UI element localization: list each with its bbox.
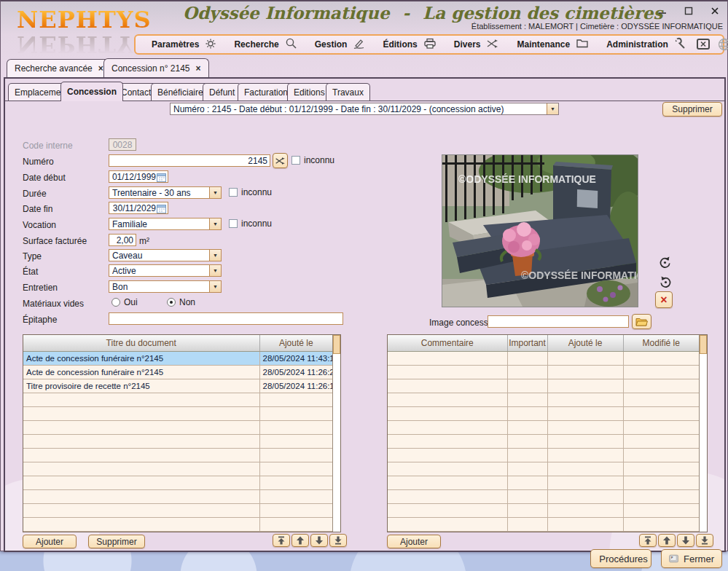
move-bottom-button[interactable] [696, 534, 713, 547]
globe-www-icon[interactable] [716, 37, 728, 52]
documents-delete-button[interactable]: Supprimer [88, 535, 145, 548]
tab-facturation[interactable]: Facturation [238, 83, 294, 101]
image-path-input[interactable] [490, 316, 626, 327]
type-select[interactable]: Caveau ▼ [109, 249, 222, 261]
table-row[interactable] [23, 420, 332, 434]
chevron-down-icon[interactable]: ▼ [209, 187, 221, 198]
chevron-down-icon[interactable]: ▼ [209, 218, 221, 229]
remove-photo-button[interactable]: × [655, 291, 673, 308]
image-path-field[interactable] [488, 315, 629, 328]
epitaphe-field[interactable] [109, 312, 343, 325]
col-header-commentaire[interactable]: Commentaire [388, 335, 507, 351]
swap-numero-button[interactable] [273, 153, 288, 168]
menu-parametres[interactable]: Paramètres [143, 36, 225, 53]
etat-select[interactable]: Active ▼ [109, 264, 222, 277]
materiaux-non-radio[interactable] [167, 298, 176, 307]
scrollbar-thumb[interactable] [700, 335, 707, 354]
chevron-down-icon[interactable]: ▼ [209, 265, 221, 276]
browse-image-button[interactable] [632, 314, 651, 329]
table-row[interactable]: Acte de concession funéraire n°214528/05… [23, 351, 332, 365]
tab-concession[interactable]: Concession [60, 82, 123, 101]
table-row[interactable] [388, 393, 699, 406]
move-up-button[interactable] [658, 534, 676, 547]
tab-editions[interactable]: Editions [287, 83, 332, 101]
documents-scrollbar[interactable] [332, 335, 340, 532]
documents-add-button[interactable]: Ajouter [23, 535, 77, 548]
close-tab-icon[interactable]: × [196, 63, 201, 74]
table-row[interactable] [388, 517, 699, 531]
table-row[interactable] [388, 379, 699, 393]
materiaux-oui-radio[interactable] [111, 298, 120, 307]
menu-divers[interactable]: Divers [445, 36, 509, 53]
duree-inconnu-checkbox[interactable] [229, 188, 238, 197]
menu-recherche[interactable]: Recherche [225, 36, 305, 53]
table-row[interactable] [388, 476, 699, 489]
calendar-icon[interactable] [157, 204, 166, 213]
rotate-left-icon[interactable] [658, 256, 672, 272]
table-row[interactable]: Titre provisoire de recette n°214528/05/… [23, 379, 332, 393]
entretien-select[interactable]: Bon ▼ [109, 280, 222, 293]
date-fin-field[interactable] [109, 202, 168, 214]
delete-concession-button[interactable]: Supprimer [662, 102, 722, 117]
col-header-titre[interactable]: Titre du document [23, 335, 259, 351]
remote-desktop-icon[interactable] [695, 37, 711, 52]
table-row[interactable] [388, 406, 699, 420]
fermer-button[interactable]: F Fermer [661, 549, 722, 568]
numero-field[interactable] [109, 154, 270, 167]
move-top-button[interactable] [639, 534, 657, 547]
move-down-button[interactable] [310, 534, 328, 547]
table-row[interactable]: Acte de concession funéraire n°214528/05… [23, 365, 332, 379]
table-row[interactable] [388, 351, 699, 365]
chevron-down-icon[interactable]: ▼ [209, 281, 221, 292]
table-row[interactable] [23, 503, 332, 517]
menu-gestion[interactable]: Gestion [306, 36, 375, 53]
surface-input[interactable] [111, 235, 133, 245]
scrollbar-thumb[interactable] [333, 335, 340, 354]
menu-administration[interactable]: Administration [598, 36, 695, 53]
epitaphe-input[interactable] [111, 313, 340, 324]
comments-add-button[interactable]: Ajouter [387, 535, 441, 548]
table-row[interactable] [23, 517, 332, 531]
col-header-important[interactable]: Important [507, 335, 547, 351]
menu-editions[interactable]: Éditions [374, 36, 445, 53]
move-up-button[interactable] [291, 534, 309, 547]
col-header-ajoute[interactable]: Ajouté le [547, 335, 623, 351]
table-row[interactable] [388, 434, 699, 448]
duree-select[interactable]: Trentenaire - 30 ans ▼ [109, 186, 222, 199]
vocation-inconnu-checkbox[interactable] [229, 219, 238, 228]
table-row[interactable] [388, 503, 699, 517]
table-row[interactable] [23, 489, 332, 503]
date-fin-input[interactable] [111, 202, 156, 213]
tab-defunt[interactable]: Défunt [203, 83, 241, 101]
move-top-button[interactable] [273, 534, 290, 547]
table-row[interactable] [388, 489, 699, 503]
date-debut-input[interactable] [111, 171, 156, 182]
table-row[interactable] [23, 406, 332, 420]
rotate-right-icon[interactable] [659, 275, 673, 291]
tab-beneficiaire[interactable]: Bénéficiaire [151, 83, 210, 101]
table-row[interactable] [23, 462, 332, 476]
table-row[interactable] [388, 462, 699, 476]
col-header-modifie[interactable]: Modifié le [623, 335, 699, 351]
close-button[interactable] [710, 6, 720, 16]
procedures-button[interactable]: P Procédures [590, 549, 651, 568]
table-row[interactable] [388, 420, 699, 434]
col-header-ajoute[interactable]: Ajouté le [259, 335, 332, 351]
tab-recherche-avancee[interactable]: Recherche avancée × [7, 59, 111, 77]
menu-maintenance[interactable]: Maintenance [508, 36, 598, 53]
surface-field[interactable] [109, 234, 136, 246]
numero-inconnu-checkbox[interactable] [291, 156, 300, 165]
tab-concession-2145[interactable]: Concession n° 2145 × [103, 58, 209, 77]
numero-input[interactable] [111, 155, 267, 166]
table-row[interactable] [23, 393, 332, 406]
table-row[interactable] [23, 448, 332, 462]
date-debut-field[interactable] [109, 170, 168, 183]
move-bottom-button[interactable] [329, 534, 347, 547]
table-row[interactable] [23, 434, 332, 448]
move-down-button[interactable] [677, 534, 694, 547]
vocation-select[interactable]: Familiale ▼ [109, 218, 222, 230]
table-row[interactable] [23, 476, 332, 489]
table-row[interactable] [388, 448, 699, 462]
close-tab-icon[interactable]: × [98, 63, 103, 74]
maximize-button[interactable] [684, 6, 694, 16]
